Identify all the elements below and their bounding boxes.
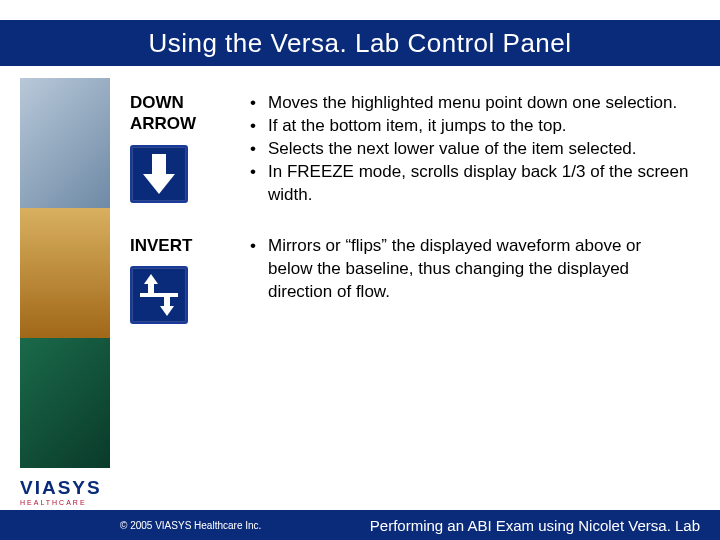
section-down-arrow: DOWN ARROW Moves the highlighted menu po… <box>130 92 690 207</box>
bullet-item: In FREEZE mode, scrolls display back 1/3… <box>250 161 690 207</box>
bullet-item: Moves the highlighted menu point down on… <box>250 92 690 115</box>
bullet-item: Mirrors or “flips” the displayed wavefor… <box>250 235 690 304</box>
logo-brand: VIASYS <box>20 477 102 499</box>
decorative-image-1 <box>20 78 110 208</box>
down-arrow-icon <box>130 145 188 203</box>
svg-marker-6 <box>160 306 174 316</box>
svg-marker-1 <box>143 174 175 194</box>
footer-title: Performing an ABI Exam using Nicolet Ver… <box>370 517 700 534</box>
section-label: INVERT <box>130 235 250 256</box>
bullet-item: If at the bottom item, it jumps to the t… <box>250 115 690 138</box>
title-bar: Using the Versa. Lab Control Panel <box>0 20 720 66</box>
bullet-list: Mirrors or “flips” the displayed wavefor… <box>250 235 690 324</box>
svg-rect-0 <box>152 154 166 176</box>
svg-rect-2 <box>140 293 178 297</box>
label-column: INVERT <box>130 235 250 324</box>
bullet-list: Moves the highlighted menu point down on… <box>250 92 690 207</box>
section-invert: INVERT Mirrors or “flips” the displayed … <box>130 235 690 324</box>
content-area: DOWN ARROW Moves the highlighted menu po… <box>130 92 690 352</box>
label-column: DOWN ARROW <box>130 92 250 207</box>
viasys-logo: VIASYS HEALTHCARE <box>20 477 102 506</box>
logo-subtext: HEALTHCARE <box>20 499 102 506</box>
invert-icon <box>130 266 188 324</box>
decorative-image-3 <box>20 338 110 468</box>
bullet-item: Selects the next lower value of the item… <box>250 138 690 161</box>
decorative-image-2 <box>20 208 110 338</box>
decorative-side-strip <box>20 78 110 478</box>
section-label: DOWN ARROW <box>130 92 250 135</box>
svg-marker-4 <box>144 274 158 284</box>
footer-bar: © 2005 VIASYS Healthcare Inc. Performing… <box>0 510 720 540</box>
copyright-text: © 2005 VIASYS Healthcare Inc. <box>120 520 261 531</box>
slide-title: Using the Versa. Lab Control Panel <box>148 28 571 59</box>
